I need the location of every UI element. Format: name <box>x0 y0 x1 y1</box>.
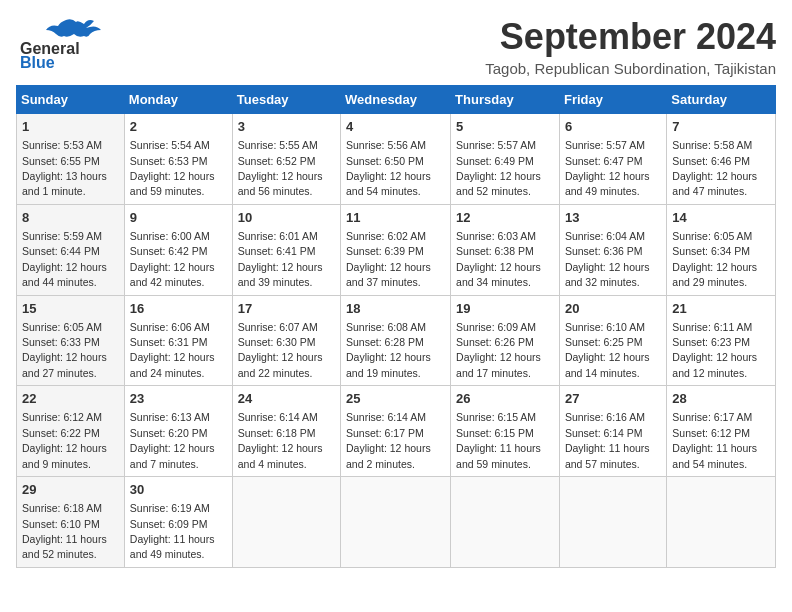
calendar-cell: 25Sunrise: 6:14 AM Sunset: 6:17 PM Dayli… <box>341 386 451 477</box>
day-number: 15 <box>22 300 119 318</box>
title-section: September 2024 Tagob, Republican Subordi… <box>485 16 776 77</box>
col-sunday: Sunday <box>17 86 125 114</box>
calendar-cell: 2Sunrise: 5:54 AM Sunset: 6:53 PM Daylig… <box>124 114 232 205</box>
day-number: 19 <box>456 300 554 318</box>
day-number: 11 <box>346 209 445 227</box>
day-info: Sunrise: 6:18 AM Sunset: 6:10 PM Dayligh… <box>22 502 107 560</box>
col-thursday: Thursday <box>451 86 560 114</box>
day-info: Sunrise: 6:00 AM Sunset: 6:42 PM Dayligh… <box>130 230 215 288</box>
day-number: 2 <box>130 118 227 136</box>
day-number: 10 <box>238 209 335 227</box>
day-info: Sunrise: 6:13 AM Sunset: 6:20 PM Dayligh… <box>130 411 215 469</box>
calendar-cell: 28Sunrise: 6:17 AM Sunset: 6:12 PM Dayli… <box>667 386 776 477</box>
day-number: 5 <box>456 118 554 136</box>
day-info: Sunrise: 5:59 AM Sunset: 6:44 PM Dayligh… <box>22 230 107 288</box>
day-number: 6 <box>565 118 661 136</box>
logo-svg: General Blue <box>16 16 111 71</box>
day-number: 16 <box>130 300 227 318</box>
day-number: 12 <box>456 209 554 227</box>
day-info: Sunrise: 6:15 AM Sunset: 6:15 PM Dayligh… <box>456 411 541 469</box>
calendar-cell: 8Sunrise: 5:59 AM Sunset: 6:44 PM Daylig… <box>17 204 125 295</box>
day-number: 21 <box>672 300 770 318</box>
calendar-cell <box>559 477 666 568</box>
calendar-cell: 4Sunrise: 5:56 AM Sunset: 6:50 PM Daylig… <box>341 114 451 205</box>
day-number: 24 <box>238 390 335 408</box>
calendar-cell: 6Sunrise: 5:57 AM Sunset: 6:47 PM Daylig… <box>559 114 666 205</box>
day-info: Sunrise: 6:03 AM Sunset: 6:38 PM Dayligh… <box>456 230 541 288</box>
col-wednesday: Wednesday <box>341 86 451 114</box>
col-monday: Monday <box>124 86 232 114</box>
day-info: Sunrise: 5:57 AM Sunset: 6:49 PM Dayligh… <box>456 139 541 197</box>
day-info: Sunrise: 5:53 AM Sunset: 6:55 PM Dayligh… <box>22 139 107 197</box>
day-number: 9 <box>130 209 227 227</box>
svg-text:Blue: Blue <box>20 54 55 71</box>
calendar-cell: 21Sunrise: 6:11 AM Sunset: 6:23 PM Dayli… <box>667 295 776 386</box>
day-number: 25 <box>346 390 445 408</box>
calendar-cell: 26Sunrise: 6:15 AM Sunset: 6:15 PM Dayli… <box>451 386 560 477</box>
day-info: Sunrise: 6:05 AM Sunset: 6:34 PM Dayligh… <box>672 230 757 288</box>
location: Tagob, Republican Subordination, Tajikis… <box>485 60 776 77</box>
day-info: Sunrise: 6:02 AM Sunset: 6:39 PM Dayligh… <box>346 230 431 288</box>
calendar-cell <box>667 477 776 568</box>
day-info: Sunrise: 6:16 AM Sunset: 6:14 PM Dayligh… <box>565 411 650 469</box>
calendar-week-row: 29Sunrise: 6:18 AM Sunset: 6:10 PM Dayli… <box>17 477 776 568</box>
calendar-cell: 11Sunrise: 6:02 AM Sunset: 6:39 PM Dayli… <box>341 204 451 295</box>
day-number: 29 <box>22 481 119 499</box>
calendar-week-row: 1Sunrise: 5:53 AM Sunset: 6:55 PM Daylig… <box>17 114 776 205</box>
day-info: Sunrise: 6:01 AM Sunset: 6:41 PM Dayligh… <box>238 230 323 288</box>
calendar-cell: 7Sunrise: 5:58 AM Sunset: 6:46 PM Daylig… <box>667 114 776 205</box>
day-info: Sunrise: 6:17 AM Sunset: 6:12 PM Dayligh… <box>672 411 757 469</box>
calendar-header-row: Sunday Monday Tuesday Wednesday Thursday… <box>17 86 776 114</box>
logo: General Blue <box>16 16 111 71</box>
calendar-cell: 5Sunrise: 5:57 AM Sunset: 6:49 PM Daylig… <box>451 114 560 205</box>
day-info: Sunrise: 6:07 AM Sunset: 6:30 PM Dayligh… <box>238 321 323 379</box>
calendar-cell: 18Sunrise: 6:08 AM Sunset: 6:28 PM Dayli… <box>341 295 451 386</box>
day-info: Sunrise: 6:05 AM Sunset: 6:33 PM Dayligh… <box>22 321 107 379</box>
calendar-cell: 1Sunrise: 5:53 AM Sunset: 6:55 PM Daylig… <box>17 114 125 205</box>
day-number: 23 <box>130 390 227 408</box>
calendar-cell: 20Sunrise: 6:10 AM Sunset: 6:25 PM Dayli… <box>559 295 666 386</box>
calendar-cell: 13Sunrise: 6:04 AM Sunset: 6:36 PM Dayli… <box>559 204 666 295</box>
calendar-cell: 19Sunrise: 6:09 AM Sunset: 6:26 PM Dayli… <box>451 295 560 386</box>
calendar-cell: 29Sunrise: 6:18 AM Sunset: 6:10 PM Dayli… <box>17 477 125 568</box>
calendar-cell: 30Sunrise: 6:19 AM Sunset: 6:09 PM Dayli… <box>124 477 232 568</box>
calendar-cell <box>232 477 340 568</box>
day-info: Sunrise: 6:06 AM Sunset: 6:31 PM Dayligh… <box>130 321 215 379</box>
day-info: Sunrise: 6:11 AM Sunset: 6:23 PM Dayligh… <box>672 321 757 379</box>
day-info: Sunrise: 5:55 AM Sunset: 6:52 PM Dayligh… <box>238 139 323 197</box>
day-number: 28 <box>672 390 770 408</box>
calendar-cell: 9Sunrise: 6:00 AM Sunset: 6:42 PM Daylig… <box>124 204 232 295</box>
calendar-cell: 23Sunrise: 6:13 AM Sunset: 6:20 PM Dayli… <box>124 386 232 477</box>
col-tuesday: Tuesday <box>232 86 340 114</box>
calendar-cell: 22Sunrise: 6:12 AM Sunset: 6:22 PM Dayli… <box>17 386 125 477</box>
col-saturday: Saturday <box>667 86 776 114</box>
calendar-cell: 12Sunrise: 6:03 AM Sunset: 6:38 PM Dayli… <box>451 204 560 295</box>
calendar-cell: 17Sunrise: 6:07 AM Sunset: 6:30 PM Dayli… <box>232 295 340 386</box>
day-number: 17 <box>238 300 335 318</box>
day-number: 14 <box>672 209 770 227</box>
calendar-cell: 27Sunrise: 6:16 AM Sunset: 6:14 PM Dayli… <box>559 386 666 477</box>
day-number: 27 <box>565 390 661 408</box>
day-number: 13 <box>565 209 661 227</box>
day-number: 8 <box>22 209 119 227</box>
day-number: 30 <box>130 481 227 499</box>
calendar-cell <box>451 477 560 568</box>
day-number: 18 <box>346 300 445 318</box>
day-number: 1 <box>22 118 119 136</box>
day-number: 26 <box>456 390 554 408</box>
day-number: 20 <box>565 300 661 318</box>
day-number: 4 <box>346 118 445 136</box>
calendar-cell: 24Sunrise: 6:14 AM Sunset: 6:18 PM Dayli… <box>232 386 340 477</box>
calendar-table: Sunday Monday Tuesday Wednesday Thursday… <box>16 85 776 568</box>
calendar-cell: 10Sunrise: 6:01 AM Sunset: 6:41 PM Dayli… <box>232 204 340 295</box>
day-info: Sunrise: 5:57 AM Sunset: 6:47 PM Dayligh… <box>565 139 650 197</box>
day-info: Sunrise: 5:54 AM Sunset: 6:53 PM Dayligh… <box>130 139 215 197</box>
day-info: Sunrise: 6:19 AM Sunset: 6:09 PM Dayligh… <box>130 502 215 560</box>
day-info: Sunrise: 6:09 AM Sunset: 6:26 PM Dayligh… <box>456 321 541 379</box>
day-info: Sunrise: 6:12 AM Sunset: 6:22 PM Dayligh… <box>22 411 107 469</box>
day-info: Sunrise: 6:14 AM Sunset: 6:17 PM Dayligh… <box>346 411 431 469</box>
calendar-cell: 15Sunrise: 6:05 AM Sunset: 6:33 PM Dayli… <box>17 295 125 386</box>
calendar-cell <box>341 477 451 568</box>
day-info: Sunrise: 5:56 AM Sunset: 6:50 PM Dayligh… <box>346 139 431 197</box>
col-friday: Friday <box>559 86 666 114</box>
